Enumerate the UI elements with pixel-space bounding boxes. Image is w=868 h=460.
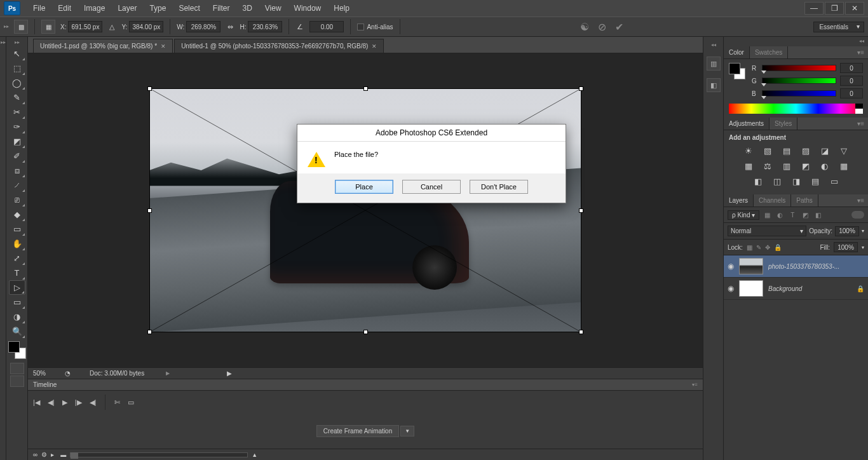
transform-handle-bc[interactable] bbox=[363, 330, 368, 334]
adjustment-row3-0-icon[interactable]: ◧ bbox=[752, 175, 764, 187]
workspace-selector[interactable]: Essentials bbox=[813, 22, 864, 32]
y-input[interactable] bbox=[129, 21, 163, 32]
adjustment-row2-2-icon[interactable]: ▥ bbox=[780, 160, 793, 172]
history-panel-icon[interactable]: ▥ bbox=[707, 57, 721, 71]
color-swatch-pair[interactable] bbox=[8, 341, 26, 359]
adjustment-row2-5-icon[interactable]: ▦ bbox=[837, 160, 850, 172]
tool-9[interactable]: ⟋ bbox=[9, 178, 25, 193]
swatches-panel-tab[interactable]: Swatches bbox=[750, 46, 788, 58]
blend-mode-select[interactable]: Normal ▾ bbox=[728, 226, 806, 236]
timeline-settings-icon[interactable]: ⚙ bbox=[41, 451, 47, 458]
timeline-split-icon[interactable]: ▭ bbox=[128, 398, 134, 407]
menu-3d[interactable]: 3D bbox=[236, 1, 258, 15]
cancel-transform-icon[interactable]: ⊘ bbox=[598, 21, 606, 33]
quickmask-toggle[interactable] bbox=[10, 363, 24, 374]
layer-row-1[interactable]: ◉Background🔒 bbox=[724, 278, 868, 300]
channels-panel-tab[interactable]: Channels bbox=[754, 194, 791, 206]
status-playhead-arrow[interactable]: ▶ bbox=[227, 370, 232, 377]
layer-filter-4-icon[interactable]: ◧ bbox=[813, 210, 823, 220]
menu-image[interactable]: Image bbox=[78, 1, 111, 15]
adjustment-row2-1-icon[interactable]: ⚖ bbox=[761, 160, 774, 172]
transform-handle-tc[interactable] bbox=[363, 86, 368, 91]
menu-edit[interactable]: Edit bbox=[51, 1, 78, 15]
status-menu-arrow[interactable]: ▶ bbox=[166, 370, 170, 376]
menu-view[interactable]: View bbox=[259, 1, 288, 15]
tool-19[interactable]: 🔍 bbox=[9, 324, 25, 339]
color-panel-menu-icon[interactable]: ▾≡ bbox=[853, 46, 868, 58]
tool-5[interactable]: ✑ bbox=[9, 119, 25, 134]
adjustments-panel-menu-icon[interactable]: ▾≡ bbox=[853, 118, 868, 130]
transform-handle-tl[interactable] bbox=[147, 86, 152, 91]
color-spectrum-strip[interactable] bbox=[729, 104, 863, 114]
b-value-input[interactable] bbox=[840, 88, 863, 98]
menu-layer[interactable]: Layer bbox=[111, 1, 143, 15]
lock-option-2-icon[interactable]: ✥ bbox=[765, 244, 770, 251]
adjustment-row3-3-icon[interactable]: ▤ bbox=[809, 175, 822, 187]
tool-12[interactable]: ▭ bbox=[9, 222, 25, 236]
screenmode-toggle[interactable] bbox=[10, 375, 24, 387]
h-input[interactable] bbox=[248, 21, 282, 32]
tool-14[interactable]: ⤢ bbox=[9, 251, 25, 266]
tool-0[interactable]: ↖ bbox=[9, 46, 25, 61]
tool-4[interactable]: ✂ bbox=[9, 105, 25, 119]
menu-type[interactable]: Type bbox=[143, 1, 172, 15]
tool-17[interactable]: ▭ bbox=[9, 295, 25, 309]
r-value-input[interactable] bbox=[840, 63, 863, 73]
lock-option-0-icon[interactable]: ▦ bbox=[747, 244, 752, 251]
layer-visibility-icon[interactable]: ◉ bbox=[728, 262, 734, 271]
g-value-input[interactable] bbox=[840, 76, 863, 86]
transform-handle-mr[interactable] bbox=[579, 208, 583, 213]
adjustment-row1-5-icon[interactable]: ▽ bbox=[837, 145, 850, 156]
adjustment-row2-4-icon[interactable]: ◐ bbox=[818, 160, 831, 172]
tool-6[interactable]: ◩ bbox=[9, 134, 25, 149]
tool-11[interactable]: ◆ bbox=[9, 207, 25, 222]
layer-visibility-icon[interactable]: ◉ bbox=[728, 284, 734, 293]
window-close-button[interactable]: ✕ bbox=[845, 2, 864, 15]
g-slider[interactable] bbox=[762, 78, 836, 84]
document-tab-close-icon[interactable]: ✕ bbox=[372, 43, 377, 50]
tool-16[interactable]: ▷ bbox=[9, 280, 25, 295]
minidock-expand[interactable]: ◂◂ bbox=[711, 42, 716, 48]
dialog-dont-place-button[interactable]: Don't Place bbox=[470, 180, 528, 194]
timeline-play-button[interactable]: ▶ bbox=[62, 398, 67, 407]
layer-thumbnail[interactable] bbox=[739, 258, 763, 274]
aspect-link-icon[interactable]: ⇔ bbox=[226, 23, 234, 31]
tool-18[interactable]: ◑ bbox=[9, 309, 25, 324]
timeline-scissors-icon[interactable]: ✄ bbox=[114, 398, 120, 407]
adjustment-row1-2-icon[interactable]: ▤ bbox=[780, 145, 793, 156]
timeline-goto-start-button[interactable]: |◀ bbox=[33, 398, 40, 407]
adjustment-row3-1-icon[interactable]: ◫ bbox=[771, 175, 783, 187]
lock-option-3-icon[interactable]: 🔒 bbox=[774, 244, 782, 251]
tool-13[interactable]: ✋ bbox=[9, 236, 25, 251]
window-minimize-button[interactable]: — bbox=[804, 2, 824, 15]
rightdock-expand[interactable]: ◂◂ bbox=[855, 37, 868, 45]
adjustment-row1-4-icon[interactable]: ◪ bbox=[818, 145, 831, 156]
tool-2[interactable]: ◯ bbox=[9, 76, 25, 90]
timeline-prev-frame-button[interactable]: ◀| bbox=[48, 398, 55, 407]
transform-handle-tr[interactable] bbox=[579, 86, 583, 91]
document-tab-0[interactable]: Untitled-1.psd @ 130% (big car, RGB/8) *… bbox=[33, 39, 173, 53]
doc-status-icon[interactable]: ◔ bbox=[65, 370, 71, 377]
adjustment-row2-0-icon[interactable]: ▦ bbox=[742, 160, 755, 172]
timeline-panel-tab[interactable]: Timeline ▾≡ bbox=[28, 379, 703, 390]
tools-expand[interactable]: ▸▸ bbox=[15, 39, 20, 45]
adjustment-row1-3-icon[interactable]: ▨ bbox=[799, 145, 812, 156]
transform-handle-ml[interactable] bbox=[147, 208, 152, 213]
dialog-cancel-button[interactable]: Cancel bbox=[402, 180, 461, 194]
layer-filter-1-icon[interactable]: ◐ bbox=[775, 210, 785, 220]
transform-handle-br[interactable] bbox=[579, 330, 583, 334]
styles-panel-tab[interactable]: Styles bbox=[770, 118, 797, 130]
create-frame-animation-button[interactable]: Create Frame Animation bbox=[316, 425, 399, 437]
zoom-level[interactable]: 50% bbox=[33, 370, 46, 377]
r-slider[interactable] bbox=[762, 65, 836, 71]
canvas-viewport[interactable] bbox=[28, 53, 703, 367]
layer-filter-kind-select[interactable]: ρ Kind ▾ bbox=[728, 210, 759, 220]
timeline-next-frame-button[interactable]: |▶ bbox=[75, 398, 82, 407]
b-slider[interactable] bbox=[762, 90, 836, 97]
layer-filter-3-icon[interactable]: ◩ bbox=[800, 210, 810, 220]
transform-handle-bl[interactable] bbox=[147, 330, 152, 334]
reference-point-icon[interactable]: ▦ bbox=[41, 20, 55, 34]
menu-filter[interactable]: Filter bbox=[207, 1, 236, 15]
tool-8[interactable]: ⧈ bbox=[9, 163, 25, 178]
anti-alias-checkbox[interactable]: Anti-alias bbox=[357, 24, 393, 30]
